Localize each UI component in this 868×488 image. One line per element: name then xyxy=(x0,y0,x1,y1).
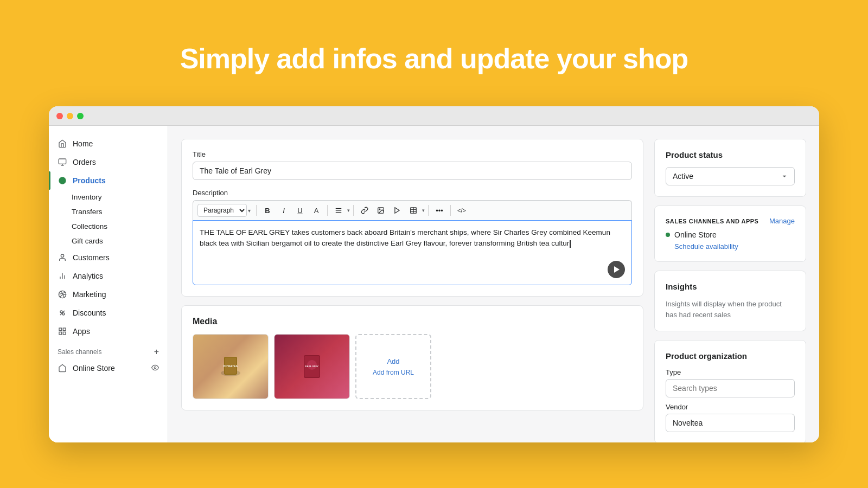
sidebar-sub-inventory[interactable]: Inventory xyxy=(49,190,168,204)
close-dot[interactable] xyxy=(56,113,63,119)
sidebar-item-discounts[interactable]: Discounts xyxy=(49,304,168,322)
home-icon xyxy=(58,139,67,149)
media-item-2[interactable]: EARL GREY xyxy=(274,334,350,399)
status-select[interactable]: Active Draft Archived xyxy=(666,167,795,185)
insights-description: Insights will display when the product h… xyxy=(666,299,795,320)
code-button[interactable]: </> xyxy=(454,203,469,218)
svg-marker-22 xyxy=(395,208,399,214)
sidebar-item-customers[interactable]: Customers xyxy=(49,248,168,267)
customers-icon xyxy=(58,253,67,262)
svg-point-10 xyxy=(62,313,65,315)
link-button[interactable] xyxy=(357,203,372,218)
media-add-box[interactable]: Add Add from URL xyxy=(355,334,431,399)
store-icon xyxy=(58,363,67,373)
svg-text:NOVELTEA: NOVELTEA xyxy=(224,365,238,368)
type-input[interactable] xyxy=(666,379,795,397)
sidebar-item-apps[interactable]: Apps xyxy=(49,322,168,341)
product-status-title: Product status xyxy=(666,150,795,159)
sidebar-item-analytics[interactable]: Analytics xyxy=(49,267,168,285)
sidebar-sub-collections[interactable]: Collections xyxy=(49,219,168,234)
italic-button[interactable]: I xyxy=(276,203,291,218)
sidebar-item-products[interactable]: Products xyxy=(49,171,168,190)
products-icon xyxy=(58,176,67,185)
image-button[interactable] xyxy=(373,203,388,218)
editor-body[interactable]: THE TALE OF EARL GREY takes customers ba… xyxy=(193,220,632,285)
svg-point-9 xyxy=(60,311,62,313)
svg-point-16 xyxy=(154,367,156,369)
svg-point-3 xyxy=(59,177,66,184)
vendor-input[interactable] xyxy=(666,414,795,432)
editor-toolbar: Paragraph ▾ B I U A ▾ xyxy=(193,200,632,220)
svg-point-21 xyxy=(379,209,380,210)
main-content: Title Description Paragraph ▾ B I U xyxy=(168,126,819,442)
apps-icon xyxy=(58,326,67,336)
sidebar-sub-giftcards[interactable]: Gift cards xyxy=(49,234,168,248)
more-button[interactable]: ••• xyxy=(432,203,447,218)
analytics-icon xyxy=(58,271,67,281)
media-item-1[interactable]: NOVELTEA xyxy=(193,334,269,399)
right-column: Product status Active Draft Archived SAL… xyxy=(654,139,806,429)
product-org-title: Product organization xyxy=(666,351,795,361)
dropdown-arrow: ▾ xyxy=(248,208,251,214)
svg-text:EARL GREY: EARL GREY xyxy=(305,365,319,368)
svg-rect-13 xyxy=(63,328,66,331)
orders-icon xyxy=(58,157,67,167)
table-chevron: ▾ xyxy=(422,208,425,213)
font-color-button[interactable]: A xyxy=(309,203,324,218)
description-label: Description xyxy=(193,189,632,197)
browser-chrome xyxy=(49,106,819,126)
manage-link[interactable]: Manage xyxy=(769,217,795,225)
add-media-label[interactable]: Add xyxy=(387,357,399,365)
align-button[interactable] xyxy=(331,203,346,218)
discounts-icon xyxy=(58,308,67,318)
svg-point-4 xyxy=(61,254,63,257)
sidebar-online-store-label: Online Store xyxy=(73,364,115,373)
table-button[interactable] xyxy=(406,203,421,218)
schedule-availability-link[interactable]: Schedule availability xyxy=(666,242,795,251)
hero-title: Simply add infos and update your shop xyxy=(0,21,868,91)
maximize-dot[interactable] xyxy=(77,113,84,119)
svg-rect-14 xyxy=(59,332,62,335)
sales-channels-card: SALES CHANNELS AND APPS Manage Online St… xyxy=(654,206,806,262)
sidebar-item-marketing[interactable]: Marketing xyxy=(49,285,168,304)
media-card: Media NOVELTEA xyxy=(181,305,643,410)
sidebar-analytics-label: Analytics xyxy=(73,272,103,280)
play-button[interactable] xyxy=(608,261,625,278)
sidebar-products-label: Products xyxy=(73,176,106,185)
sidebar-discounts-label: Discounts xyxy=(73,309,106,317)
paragraph-select[interactable]: Paragraph xyxy=(197,204,247,217)
marketing-icon xyxy=(58,290,67,299)
insights-title: Insights xyxy=(666,282,795,291)
sidebar: Home Orders Products Inventory Transfers… xyxy=(49,126,168,442)
sidebar-home-label: Home xyxy=(73,139,93,148)
add-channel-icon[interactable]: + xyxy=(154,347,159,357)
add-from-url-label[interactable]: Add from URL xyxy=(373,369,414,376)
sidebar-item-orders[interactable]: Orders xyxy=(49,153,168,171)
product-organization-card: Product organization Type Vendor xyxy=(654,340,806,442)
product-details-card: Title Description Paragraph ▾ B I U xyxy=(181,139,643,297)
browser-window: Home Orders Products Inventory Transfers… xyxy=(49,106,819,442)
align-chevron: ▾ xyxy=(347,208,350,213)
hero-section: Simply add infos and update your shop xyxy=(0,0,868,106)
sidebar-orders-label: Orders xyxy=(73,158,96,166)
minimize-dot[interactable] xyxy=(67,113,73,119)
underline-button[interactable]: U xyxy=(292,203,308,218)
description-text: THE TALE OF EARL GREY takes customers ba… xyxy=(200,228,610,247)
eye-icon[interactable] xyxy=(151,364,159,373)
sidebar-sub-transfers[interactable]: Transfers xyxy=(49,204,168,219)
bold-button[interactable]: B xyxy=(260,203,275,218)
sales-channels-label: Sales channels xyxy=(58,348,101,356)
sidebar-marketing-label: Marketing xyxy=(73,290,106,299)
sales-channels-header: SALES CHANNELS AND APPS Manage xyxy=(666,217,795,225)
sales-channels-title: SALES CHANNELS AND APPS xyxy=(666,218,758,224)
sidebar-item-home[interactable]: Home xyxy=(49,134,168,153)
svg-rect-15 xyxy=(63,332,66,335)
sidebar-customers-label: Customers xyxy=(73,253,110,262)
online-store-name: Online Store xyxy=(674,230,717,239)
online-store-dot xyxy=(666,233,670,237)
product-status-card: Product status Active Draft Archived xyxy=(654,139,806,197)
sidebar-item-online-store[interactable]: Online Store xyxy=(49,359,168,377)
video-button[interactable] xyxy=(390,203,405,218)
title-input[interactable] xyxy=(193,162,632,180)
channel-row: Online Store xyxy=(666,230,795,239)
